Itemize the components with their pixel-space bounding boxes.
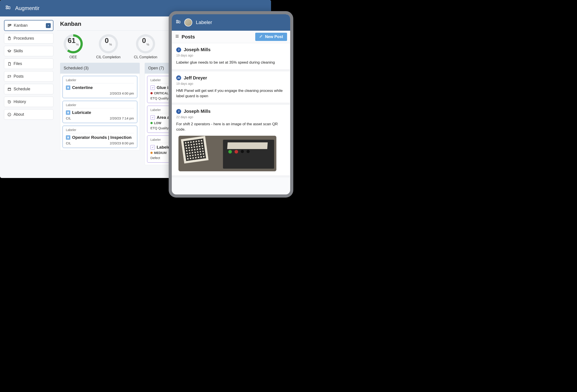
gauge-value: 0 — [142, 36, 146, 45]
tablet-overlay: Labeler Posts New Post J Joseph Mills 19… — [169, 11, 293, 198]
sidebar-item-posts[interactable]: Posts — [4, 71, 53, 82]
svg-rect-14 — [177, 22, 178, 23]
card-badge: CRITICAL — [154, 91, 168, 95]
svg-rect-10 — [68, 87, 69, 89]
gauge-oee: 61% OEE — [64, 34, 83, 59]
sidebar-item-procedures[interactable]: Procedures — [4, 33, 53, 44]
sidebar-item-label: Skills — [14, 49, 23, 53]
post-avatar: J — [176, 109, 181, 114]
post-author: Joseph Mills — [184, 47, 211, 52]
kanban-icon — [7, 24, 12, 28]
svg-rect-15 — [179, 21, 180, 23]
sidebar-item-label: About — [14, 112, 24, 117]
post-author: Jeff Dreyer — [184, 75, 207, 80]
svg-rect-1 — [6, 8, 7, 9]
app-logo-icon — [176, 20, 181, 25]
tablet-header: Labeler — [172, 14, 290, 31]
svg-rect-3 — [8, 24, 9, 27]
card-asset: Labeler — [66, 128, 134, 133]
post-item[interactable]: J Joseph Mills 19 days ago Labeler glue … — [172, 43, 290, 71]
app-logo-icon — [5, 5, 11, 11]
posts-list[interactable]: J Joseph Mills 19 days ago Labeler glue … — [172, 43, 290, 194]
post-time: 22 days ago — [176, 115, 285, 119]
sidebar-item-about[interactable]: About — [4, 109, 53, 120]
sidebar-item-skills[interactable]: Skills — [4, 46, 53, 56]
file-icon — [7, 62, 11, 66]
card-sub: CIL — [66, 141, 71, 145]
menu-icon[interactable] — [175, 34, 179, 40]
gauge-cl: 0% CL Completion — [134, 34, 157, 59]
gauge-pct: % — [146, 43, 149, 46]
svg-rect-0 — [6, 6, 7, 7]
card-asset: Labeler — [66, 78, 134, 83]
post-author: Joseph Mills — [184, 109, 211, 114]
info-icon — [7, 112, 11, 117]
sidebar-item-schedule[interactable]: Schedule — [4, 84, 53, 94]
svg-rect-12 — [68, 137, 69, 138]
new-post-button[interactable]: New Post — [255, 33, 287, 41]
clipboard-icon — [66, 85, 70, 90]
checklist-icon — [150, 145, 155, 149]
svg-rect-2 — [8, 7, 10, 9]
gauge-cil: 0% CIL Completion — [96, 34, 121, 59]
card-datetime: 2/20/23 7:14 pm — [110, 116, 134, 120]
card-badge: MEDIUM — [154, 151, 167, 155]
sidebar-item-kanban[interactable]: Kanban — [4, 20, 53, 31]
post-avatar: JD — [176, 75, 181, 80]
kanban-card[interactable]: Labeler Centerline 2/20/23 4:00 pm — [63, 76, 137, 98]
post-time: 19 days ago — [176, 54, 285, 57]
card-title: Operator Rounds | Inspection — [72, 135, 132, 140]
tablet-title: Labeler — [196, 20, 212, 25]
svg-rect-13 — [177, 20, 178, 21]
kanban-card[interactable]: Labeler Lubricate CIL2/20/23 7:14 pm — [63, 101, 137, 123]
chevron-right-icon — [46, 23, 51, 28]
gauge-pct: % — [109, 43, 112, 46]
sidebar-item-files[interactable]: Files — [4, 59, 53, 69]
post-body: HMI Panel will get wet if you engage the… — [176, 88, 285, 99]
gauge-label: OEE — [70, 55, 77, 59]
gauge-value: 61 — [68, 36, 76, 45]
post-body: For shift 2 operators - here is an image… — [176, 121, 285, 132]
card-datetime: 2/20/23 4:00 pm — [110, 91, 134, 95]
post-time: 19 days ago — [176, 82, 285, 85]
card-datetime: 2/20/23 8:00 pm — [110, 141, 134, 145]
sidebar: Kanban Procedures Skills Files Posts — [0, 16, 57, 178]
card-asset: Labeler — [66, 103, 134, 108]
sidebar-item-history[interactable]: History — [4, 97, 53, 107]
svg-rect-8 — [8, 88, 11, 90]
clipboard-icon — [66, 110, 70, 115]
chat-icon — [7, 74, 11, 78]
gauge-pct: % — [76, 43, 79, 46]
qr-code-icon — [181, 136, 209, 164]
card-badge: LOW — [154, 121, 161, 125]
app-name: Augmentir — [15, 5, 39, 11]
column-header: Scheduled (3) — [60, 63, 140, 74]
posts-header: Posts — [181, 34, 195, 40]
post-item[interactable]: J Joseph Mills 22 days ago For shift 2 o… — [172, 105, 290, 178]
svg-rect-11 — [68, 112, 69, 113]
sidebar-item-label: Kanban — [14, 23, 28, 28]
kanban-column-scheduled: Scheduled (3) Labeler Centerline 2/20/23… — [60, 63, 140, 165]
post-body: Labeler glue needs to be set at 35% spee… — [176, 60, 285, 65]
gauge-label: CL Completion — [134, 55, 157, 59]
post-item[interactable]: JD Jeff Dreyer 19 days ago HMI Panel wil… — [172, 71, 290, 105]
history-icon — [7, 100, 11, 104]
pencil-icon — [259, 35, 263, 39]
new-post-label: New Post — [265, 35, 283, 39]
post-avatar: J — [176, 47, 181, 52]
card-title: Centerline — [72, 85, 93, 90]
calendar-icon — [7, 87, 11, 91]
gauge-label: CIL Completion — [96, 55, 121, 59]
gauge-value: 0 — [105, 36, 109, 45]
checklist-icon — [150, 85, 155, 90]
post-image — [179, 136, 276, 171]
machine-panel — [223, 140, 274, 169]
page-title: Kanban — [60, 20, 81, 27]
asset-avatar — [184, 18, 192, 27]
kanban-card[interactable]: Labeler Operator Rounds | Inspection CIL… — [63, 126, 137, 148]
sidebar-item-label: History — [14, 100, 26, 104]
clipboard-icon — [7, 36, 11, 40]
sidebar-item-label: Files — [14, 61, 22, 66]
sidebar-item-label: Schedule — [14, 87, 30, 91]
clipboard-icon — [66, 135, 70, 140]
